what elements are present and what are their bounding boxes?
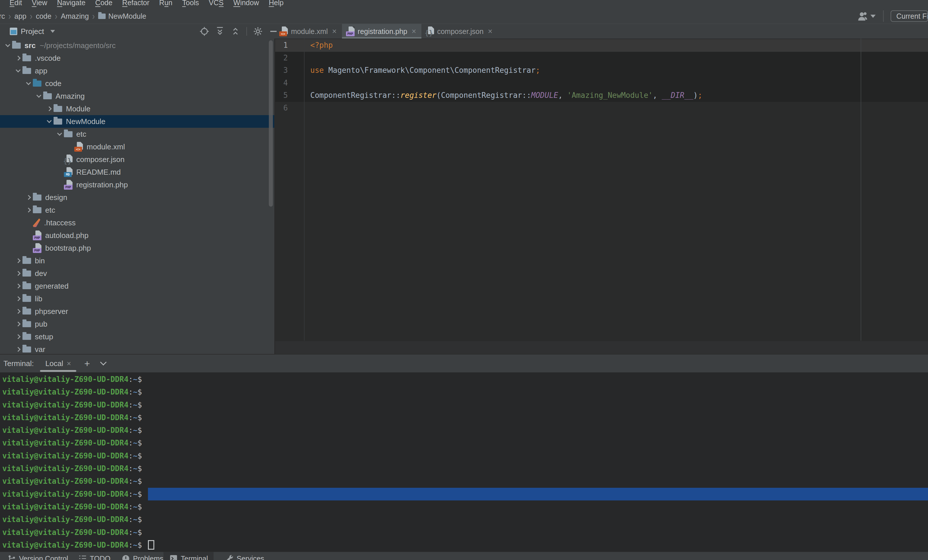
tree-item-autoload-php[interactable]: PHPautoload.php — [0, 229, 274, 242]
chevron-expanded-icon[interactable] — [26, 80, 31, 85]
terminal-options-chevron-icon[interactable] — [100, 359, 107, 365]
run-configuration-selector[interactable]: Current File — [891, 11, 928, 22]
terminal-selection — [148, 488, 928, 500]
chevron-expanded-icon[interactable] — [6, 42, 11, 47]
menu-file[interactable]: File — [0, 0, 5, 7]
collapse-all-button[interactable] — [230, 26, 241, 37]
settings-gear-button[interactable] — [252, 26, 264, 37]
chevron-collapsed-icon[interactable] — [16, 56, 21, 61]
menu-window[interactable]: Window — [229, 0, 264, 7]
tree-item-Amazing[interactable]: Amazing — [0, 90, 274, 102]
menu-tools[interactable]: Tools — [177, 0, 204, 7]
tree-item-lib[interactable]: lib — [0, 292, 274, 305]
tree-item-label: .htaccess — [44, 218, 76, 227]
tree-item-composer-json[interactable]: {}composer.json — [0, 153, 274, 166]
tree-item-htaccess[interactable]: .htaccess — [0, 217, 274, 229]
menu-help[interactable]: Help — [264, 0, 288, 7]
close-icon[interactable]: × — [67, 359, 71, 368]
toolwindow-button-problems[interactable]: Problems — [116, 552, 169, 560]
tree-item-vscode[interactable]: .vscode — [0, 52, 274, 64]
chevron-collapsed-icon[interactable] — [16, 322, 21, 327]
tree-item-bin[interactable]: bin — [0, 254, 274, 267]
menu-vcs[interactable]: VCS — [204, 0, 228, 7]
chevron-expanded-icon[interactable] — [47, 118, 52, 123]
close-icon[interactable]: × — [488, 27, 493, 36]
tree-item-README-md[interactable]: MDREADME.md — [0, 166, 274, 179]
tree-item-app[interactable]: app — [0, 64, 274, 77]
chevron-collapsed-icon[interactable] — [16, 309, 21, 314]
tree-item-label: generated — [35, 282, 69, 291]
terminal-tab-local[interactable]: Local × — [39, 354, 77, 372]
breadcrumb-item-Amazing[interactable]: Amazing — [61, 12, 89, 20]
breadcrumb-item-app[interactable]: app — [14, 12, 26, 20]
chevron-down-icon[interactable] — [50, 30, 55, 33]
tree-item-Module[interactable]: Module — [0, 102, 274, 115]
new-terminal-button[interactable]: + — [84, 358, 90, 369]
menu-code[interactable]: Code — [90, 0, 118, 7]
chevron-expanded-icon[interactable] — [16, 68, 21, 73]
terminal-prompt-line: vitaliy@vitaliy-Z690-UD-DDR4:~$ — [0, 539, 928, 551]
folder-icon — [23, 321, 31, 327]
chevron-collapsed-icon[interactable] — [16, 334, 21, 339]
chevron-expanded-icon[interactable] — [57, 131, 62, 136]
terminal-output[interactable]: vitaliy@vitaliy-Z690-UD-DDR4:~$vitaliy@v… — [0, 373, 928, 551]
tree-item-var[interactable]: var — [0, 343, 274, 354]
toolwindow-button-terminal[interactable]: Terminal — [163, 552, 214, 560]
divider — [246, 27, 247, 36]
tree-item-registration-php[interactable]: PHPregistration.php — [0, 179, 274, 191]
tree-item-pub[interactable]: pub — [0, 318, 274, 330]
project-panel-title[interactable]: Project — [21, 27, 44, 36]
tree-item-bootstrap-php[interactable]: PHPbootstrap.php — [0, 242, 274, 254]
tree-item-setup[interactable]: setup — [0, 330, 274, 343]
editor-tab-module-xml[interactable]: <>module.xml× — [275, 24, 342, 39]
editor-scrollbar-track[interactable] — [275, 341, 928, 354]
breadcrumb-item-src[interactable]: src — [0, 12, 5, 20]
tree-item-etc[interactable]: etc — [0, 128, 274, 140]
services-icon — [225, 554, 234, 560]
tree-item-dev[interactable]: dev — [0, 267, 274, 280]
chevron-collapsed-icon[interactable] — [16, 271, 21, 276]
editor-tab-composer-json[interactable]: {}composer.json× — [421, 24, 498, 39]
tree-item-label: module.xml — [87, 142, 125, 151]
chevron-expanded-icon[interactable] — [37, 93, 41, 98]
breadcrumb-item-code[interactable]: code — [36, 12, 51, 20]
chevron-collapsed-icon[interactable] — [47, 107, 52, 111]
tool-row: Project <>module.xml×PHPregistration.php… — [0, 24, 928, 38]
menu-refactor[interactable]: Refactor — [118, 0, 154, 7]
tree-item-module-xml[interactable]: <>module.xml — [0, 140, 274, 153]
code-area[interactable]: <?phpuse Magento\Framework\Component\Com… — [275, 39, 928, 114]
menu-run[interactable]: Run — [154, 0, 177, 7]
tree-item-design[interactable]: design — [0, 191, 274, 204]
menu-navigate[interactable]: Navigate — [52, 0, 90, 7]
tree-item-NewModule[interactable]: NewModule — [0, 115, 274, 128]
close-icon[interactable]: × — [412, 27, 416, 36]
toolwindow-button-version-control[interactable]: Version Control — [2, 552, 74, 560]
toolwindow-button-services[interactable]: Services — [219, 552, 270, 560]
chevron-collapsed-icon[interactable] — [26, 208, 31, 213]
menu-view[interactable]: View — [27, 0, 52, 7]
editor-pane[interactable]: 123456 <?phpuse Magento\Framework\Compon… — [275, 38, 928, 354]
chevron-collapsed-icon[interactable] — [16, 296, 21, 301]
locate-button[interactable] — [198, 26, 210, 37]
tree-item-phpserver[interactable]: phpserver — [0, 305, 274, 318]
tree-item-etc[interactable]: etc — [0, 204, 274, 217]
toolwindow-button-label: Terminal — [181, 554, 208, 560]
menu-edit[interactable]: Edit — [5, 0, 27, 7]
breadcrumb-item-NewModule[interactable]: NewModule — [98, 12, 146, 20]
expand-all-button[interactable] — [214, 26, 226, 37]
code-with-me-button[interactable] — [857, 11, 876, 21]
tree-scrollbar[interactable] — [269, 40, 273, 207]
chevron-collapsed-icon[interactable] — [16, 284, 21, 288]
chevron-collapsed-icon[interactable] — [26, 195, 31, 200]
tree-item-generated[interactable]: generated — [0, 280, 274, 292]
tree-item-src[interactable]: src~/projects/magento/src — [0, 39, 274, 52]
chevron-collapsed-icon[interactable] — [16, 258, 21, 263]
close-icon[interactable]: × — [332, 27, 337, 36]
editor-tab-registration-php[interactable]: PHPregistration.php× — [342, 24, 421, 39]
terminal-prompt-line: vitaliy@vitaliy-Z690-UD-DDR4:~$ — [0, 436, 928, 449]
tree-item-label: registration.php — [76, 180, 128, 189]
toolwindow-button-todo[interactable]: TODO — [73, 552, 116, 560]
chevron-collapsed-icon[interactable] — [16, 347, 21, 352]
terminal-header: Terminal: Local × + — [0, 354, 928, 372]
tree-item-code[interactable]: code — [0, 77, 274, 90]
